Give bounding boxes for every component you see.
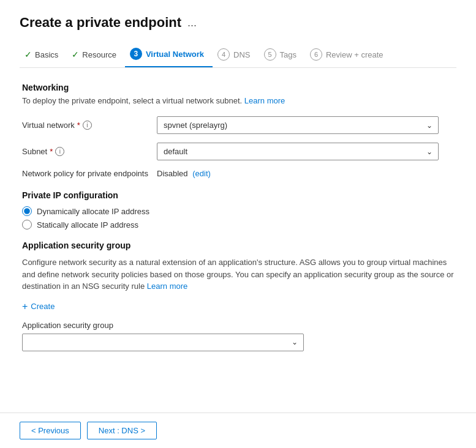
network-policy-value: Disabled [157,169,188,178]
virtual-network-select[interactable]: spvnet (sprelayrg) [157,116,439,134]
page-title: Create a private endpoint [20,15,181,31]
step-virtual-network-label: Virtual Network [146,50,204,59]
asg-dropdown-label: Application security group [22,321,454,330]
page-title-area: Create a private endpoint ... [20,15,456,31]
plus-icon: + [22,301,28,312]
networking-learn-more-link[interactable]: Learn more [244,96,285,105]
subnet-select-wrapper: default ⌄ [157,143,439,160]
dynamic-ip-option: Dynamically allocate IP address [22,206,454,216]
asg-create-button[interactable]: + Create [22,301,55,312]
previous-button[interactable]: < Previous [20,422,81,439]
content-area: Networking To deploy the private endpoin… [20,83,456,351]
ellipsis-menu-icon[interactable]: ... [187,17,197,29]
wizard-step-tags[interactable]: 5 Tags [259,43,305,67]
asg-create-label: Create [31,302,55,311]
virtual-network-row: Virtual network * i spvnet (sprelayrg) ⌄ [22,116,454,134]
step-dns-label: DNS [233,50,250,59]
networking-section: Networking To deploy the private endpoin… [22,83,454,178]
private-ip-section: Private IP configuration Dynamically all… [22,190,454,230]
asg-section: Application security group Configure net… [22,241,454,351]
required-indicator: * [50,147,53,156]
wizard-step-basics[interactable]: ✓ Basics [20,45,67,65]
virtual-network-select-wrapper: spvnet (sprelayrg) ⌄ [157,116,439,134]
private-ip-title: Private IP configuration [22,190,454,200]
subnet-select[interactable]: default [157,143,439,160]
private-ip-radio-group: Dynamically allocate IP address Statical… [22,206,454,230]
step-resource-label: Resource [82,50,116,59]
step-number-circle: 3 [130,48,142,60]
step-number-outline: 6 [310,48,322,61]
wizard-step-virtual-network[interactable]: 3 Virtual Network [125,43,213,67]
wizard-step-resource[interactable]: ✓ Resource [67,45,125,65]
static-ip-label: Statically allocate IP address [37,220,138,230]
step-review-create-label: Review + create [326,50,383,59]
asg-learn-more-link[interactable]: Learn more [147,282,187,291]
asg-select[interactable] [22,334,304,351]
checkmark-icon: ✓ [25,50,32,59]
required-indicator: * [77,121,80,130]
subnet-label: Subnet * i [22,147,157,156]
asg-description: Configure network security as a natural … [22,256,454,293]
networking-description: To deploy the private endpoint, select a… [22,96,454,105]
virtual-network-label: Virtual network * i [22,121,157,130]
dynamic-ip-label: Dynamically allocate IP address [37,207,149,216]
virtual-network-info-icon[interactable]: i [83,121,92,130]
wizard-steps: ✓ Basics ✓ Resource 3 Virtual Network 4 … [20,43,456,68]
network-policy-value-area: Disabled (edit) [157,169,211,178]
asg-dropdown-section: Application security group ⌄ [22,321,454,351]
subnet-info-icon[interactable]: i [55,147,64,156]
static-ip-radio[interactable] [22,220,32,230]
step-number-outline: 4 [217,48,230,61]
wizard-step-review-create[interactable]: 6 Review + create [305,43,392,67]
subnet-row: Subnet * i default ⌄ [22,143,454,160]
asg-title: Application security group [22,241,454,250]
static-ip-option: Statically allocate IP address [22,220,454,230]
network-policy-edit-link[interactable]: (edit) [192,169,211,178]
asg-select-wrapper: ⌄ [22,334,304,351]
virtual-network-select-wrap: spvnet (sprelayrg) ⌄ [157,116,454,134]
dynamic-ip-radio[interactable] [22,206,32,216]
step-number-outline: 5 [264,48,276,61]
step-basics-label: Basics [35,50,58,59]
network-policy-row: Network policy for private endpoints Dis… [22,169,454,178]
footer: < Previous Next : DNS > [0,413,476,448]
networking-title: Networking [22,83,454,92]
subnet-select-wrap: default ⌄ [157,143,454,160]
network-policy-label: Network policy for private endpoints [22,169,157,178]
wizard-step-dns[interactable]: 4 DNS [213,43,259,67]
checkmark-icon: ✓ [72,50,79,59]
next-dns-button[interactable]: Next : DNS > [87,422,157,439]
step-tags-label: Tags [280,50,297,59]
